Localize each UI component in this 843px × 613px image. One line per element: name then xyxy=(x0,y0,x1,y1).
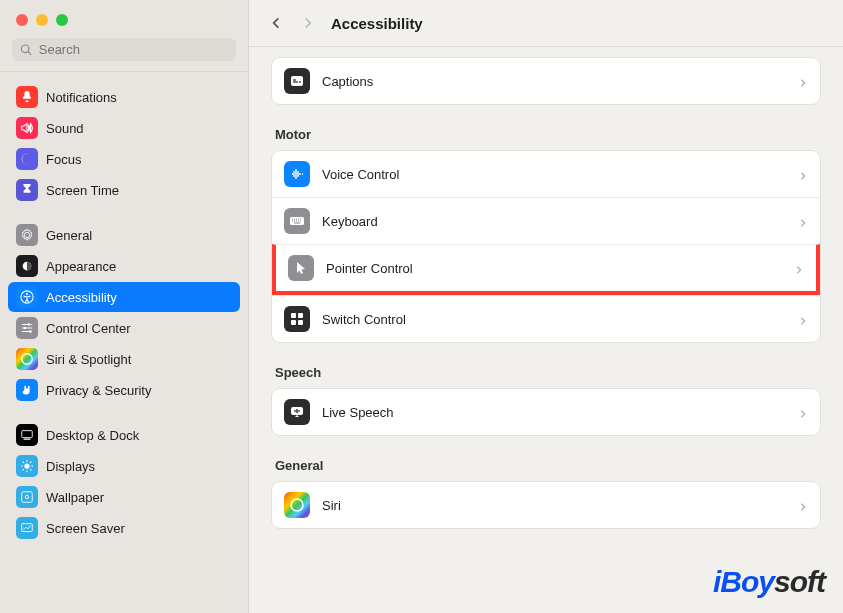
sidebar: NotificationsSoundFocusScreen TimeGenera… xyxy=(0,0,249,613)
sidebar-item-accessibility[interactable]: Accessibility xyxy=(8,282,240,312)
content-scroll: CaptionsMotorVoice ControlKeyboardPointe… xyxy=(249,47,843,613)
sidebar-item-wallpaper[interactable]: Wallpaper xyxy=(8,482,240,512)
row-siri[interactable]: Siri xyxy=(272,482,820,528)
chevron-right-icon xyxy=(798,216,808,226)
row-pointer-control[interactable]: Pointer Control xyxy=(272,244,820,295)
row-label: Pointer Control xyxy=(326,261,782,276)
voicecontrol-icon xyxy=(284,161,310,187)
sidebar-item-notifications[interactable]: Notifications xyxy=(8,82,240,112)
gear-icon xyxy=(16,224,38,246)
row-keyboard[interactable]: Keyboard xyxy=(272,197,820,244)
sidebar-item-screen-saver[interactable]: Screen Saver xyxy=(8,513,240,543)
row-label: Live Speech xyxy=(322,405,786,420)
sidebar-item-label: Accessibility xyxy=(46,290,117,305)
switchcontrol-icon xyxy=(284,306,310,332)
chevron-right-icon xyxy=(798,314,808,324)
pointer-icon xyxy=(288,255,314,281)
page-title: Accessibility xyxy=(331,15,423,32)
chevron-right-icon xyxy=(798,407,808,417)
chevron-right-icon xyxy=(794,263,804,273)
row-label: Siri xyxy=(322,498,786,513)
sidebar-item-label: Focus xyxy=(46,152,81,167)
settings-group: Captions xyxy=(271,57,821,105)
sidebar-item-label: Notifications xyxy=(46,90,117,105)
hand-icon xyxy=(16,379,38,401)
sidebar-item-focus[interactable]: Focus xyxy=(8,144,240,174)
moon-icon xyxy=(16,148,38,170)
main-content: Accessibility CaptionsMotorVoice Control… xyxy=(249,0,843,613)
wallpaper-icon xyxy=(16,486,38,508)
sidebar-item-label: General xyxy=(46,228,92,243)
search-field[interactable] xyxy=(12,38,236,61)
accessibility-icon xyxy=(16,286,38,308)
bell-icon xyxy=(16,86,38,108)
header: Accessibility xyxy=(249,0,843,47)
window-controls xyxy=(0,0,248,38)
sidebar-item-displays[interactable]: Displays xyxy=(8,451,240,481)
row-label: Keyboard xyxy=(322,214,786,229)
section-title-general: General xyxy=(271,436,821,481)
livespeech-icon xyxy=(284,399,310,425)
sidebar-item-general[interactable]: General xyxy=(8,220,240,250)
close-window-button[interactable] xyxy=(16,14,28,26)
sidebar-item-label: Siri & Spotlight xyxy=(46,352,131,367)
row-label: Captions xyxy=(322,74,786,89)
sidebar-item-siri-spotlight[interactable]: Siri & Spotlight xyxy=(8,344,240,374)
chevron-right-icon xyxy=(798,76,808,86)
chevron-right-icon xyxy=(798,169,808,179)
captions-icon xyxy=(284,68,310,94)
sidebar-item-label: Appearance xyxy=(46,259,116,274)
row-label: Switch Control xyxy=(322,312,786,327)
sidebar-item-label: Displays xyxy=(46,459,95,474)
forward-button[interactable] xyxy=(299,14,317,32)
search-container xyxy=(0,38,248,72)
appearance-icon xyxy=(16,255,38,277)
keyboard-icon xyxy=(284,208,310,234)
sidebar-item-label: Screen Time xyxy=(46,183,119,198)
sidebar-nav: NotificationsSoundFocusScreen TimeGenera… xyxy=(0,72,248,554)
sidebar-item-label: Sound xyxy=(46,121,84,136)
display-icon xyxy=(16,455,38,477)
sidebar-item-desktop-dock[interactable]: Desktop & Dock xyxy=(8,420,240,450)
search-icon xyxy=(20,43,33,57)
sidebar-item-privacy-security[interactable]: Privacy & Security xyxy=(8,375,240,405)
sidebar-item-label: Control Center xyxy=(46,321,131,336)
row-label: Voice Control xyxy=(322,167,786,182)
speaker-icon xyxy=(16,117,38,139)
zoom-window-button[interactable] xyxy=(56,14,68,26)
row-captions[interactable]: Captions xyxy=(272,58,820,104)
search-input[interactable] xyxy=(39,42,228,57)
chevron-right-icon xyxy=(798,500,808,510)
sliders-icon xyxy=(16,317,38,339)
section-title-speech: Speech xyxy=(271,343,821,388)
siri-icon xyxy=(284,492,310,518)
sidebar-item-screen-time[interactable]: Screen Time xyxy=(8,175,240,205)
row-switch-control[interactable]: Switch Control xyxy=(272,295,820,342)
back-button[interactable] xyxy=(267,14,285,32)
settings-group: Live Speech xyxy=(271,388,821,436)
row-live-speech[interactable]: Live Speech xyxy=(272,389,820,435)
screensaver-icon xyxy=(16,517,38,539)
sidebar-item-label: Screen Saver xyxy=(46,521,125,536)
sidebar-item-label: Desktop & Dock xyxy=(46,428,139,443)
section-title-motor: Motor xyxy=(271,105,821,150)
minimize-window-button[interactable] xyxy=(36,14,48,26)
row-voice-control[interactable]: Voice Control xyxy=(272,151,820,197)
settings-group: Siri xyxy=(271,481,821,529)
dock-icon xyxy=(16,424,38,446)
sidebar-item-control-center[interactable]: Control Center xyxy=(8,313,240,343)
sidebar-item-label: Privacy & Security xyxy=(46,383,151,398)
settings-group: Voice ControlKeyboardPointer ControlSwit… xyxy=(271,150,821,343)
sidebar-item-sound[interactable]: Sound xyxy=(8,113,240,143)
siri-icon xyxy=(16,348,38,370)
sidebar-item-appearance[interactable]: Appearance xyxy=(8,251,240,281)
sidebar-item-label: Wallpaper xyxy=(46,490,104,505)
hourglass-icon xyxy=(16,179,38,201)
